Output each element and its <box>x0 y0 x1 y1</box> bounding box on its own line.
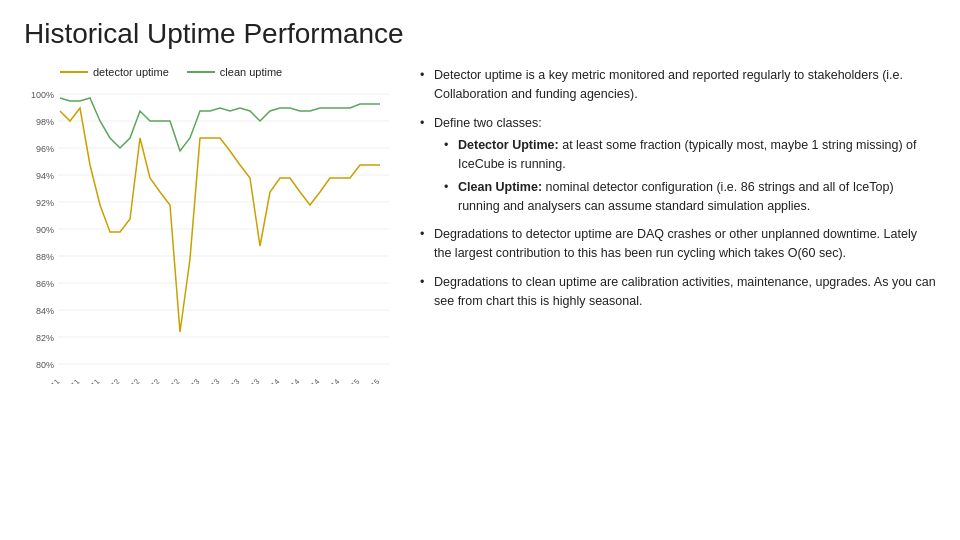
bullet-2-sub-2: Clean Uptime: nominal detector configura… <box>444 178 936 216</box>
chart-area: detector uptime clean uptime 100% 98% 96… <box>24 66 394 384</box>
clean-legend-label: clean uptime <box>220 66 282 78</box>
svg-text:82%: 82% <box>36 333 54 343</box>
bullet-3: Degradations to detector uptime are DAQ … <box>420 225 936 263</box>
svg-text:Jun 13: Jun 13 <box>199 377 221 384</box>
bullet-4-text: Degradations to clean uptime are calibra… <box>434 275 936 308</box>
page-title: Historical Uptime Performance <box>24 18 936 50</box>
uptime-chart: 100% 98% 96% 94% 92% 90% 88% 86% 84% 82%… <box>24 84 394 384</box>
svg-text:Jun 14: Jun 14 <box>279 377 301 384</box>
svg-text:Mar 14: Mar 14 <box>259 377 282 384</box>
svg-text:92%: 92% <box>36 198 54 208</box>
bullet-2-text: Define two classes: <box>434 116 542 130</box>
bullet-2-sub: Detector Uptime: at least some fraction … <box>444 136 936 215</box>
svg-text:90%: 90% <box>36 225 54 235</box>
clean-uptime-bold: Clean Uptime: <box>458 180 542 194</box>
svg-text:Sep 12: Sep 12 <box>138 377 161 384</box>
clean-line-icon <box>187 71 215 73</box>
svg-text:96%: 96% <box>36 144 54 154</box>
svg-text:80%: 80% <box>36 360 54 370</box>
svg-text:Dec 14: Dec 14 <box>318 377 341 384</box>
bullet-3-text: Degradations to detector uptime are DAQ … <box>434 227 917 260</box>
legend-clean: clean uptime <box>187 66 282 78</box>
svg-text:98%: 98% <box>36 117 54 127</box>
svg-text:Jun 15: Jun 15 <box>359 377 381 384</box>
svg-text:86%: 86% <box>36 279 54 289</box>
svg-text:Mar 12: Mar 12 <box>99 377 122 384</box>
chart-legend: detector uptime clean uptime <box>60 66 394 78</box>
svg-text:Sep 11: Sep 11 <box>58 377 81 384</box>
svg-text:Jun 12: Jun 12 <box>119 377 141 384</box>
detector-uptime-line <box>60 108 380 332</box>
detector-line-icon <box>60 71 88 73</box>
svg-text:Dec 11: Dec 11 <box>78 377 101 384</box>
bullet-list: Detector uptime is a key metric monitore… <box>420 66 936 310</box>
svg-text:Mar 13: Mar 13 <box>179 377 202 384</box>
text-area: Detector uptime is a key metric monitore… <box>412 66 936 320</box>
svg-text:100%: 100% <box>31 90 54 100</box>
svg-text:Jun 11: Jun 11 <box>39 377 61 384</box>
detector-legend-label: detector uptime <box>93 66 169 78</box>
svg-text:Sep 13: Sep 13 <box>218 377 241 384</box>
bullet-2-sub-1: Detector Uptime: at least some fraction … <box>444 136 936 174</box>
svg-text:Mar 15: Mar 15 <box>339 377 362 384</box>
bullet-4: Degradations to clean uptime are calibra… <box>420 273 936 311</box>
svg-text:88%: 88% <box>36 252 54 262</box>
bullet-1: Detector uptime is a key metric monitore… <box>420 66 936 104</box>
svg-text:Dec 13: Dec 13 <box>238 377 261 384</box>
chart-container: 100% 98% 96% 94% 92% 90% 88% 86% 84% 82%… <box>24 84 394 384</box>
svg-text:Sep 14: Sep 14 <box>298 377 321 384</box>
svg-text:84%: 84% <box>36 306 54 316</box>
clean-uptime-line <box>60 98 380 151</box>
bullet-1-text: Detector uptime is a key metric monitore… <box>434 68 903 101</box>
main-content: detector uptime clean uptime 100% 98% 96… <box>24 66 936 384</box>
legend-detector: detector uptime <box>60 66 169 78</box>
bullet-2: Define two classes: Detector Uptime: at … <box>420 114 936 216</box>
svg-text:94%: 94% <box>36 171 54 181</box>
detector-uptime-bold: Detector Uptime: <box>458 138 559 152</box>
svg-text:Dec 12: Dec 12 <box>158 377 181 384</box>
